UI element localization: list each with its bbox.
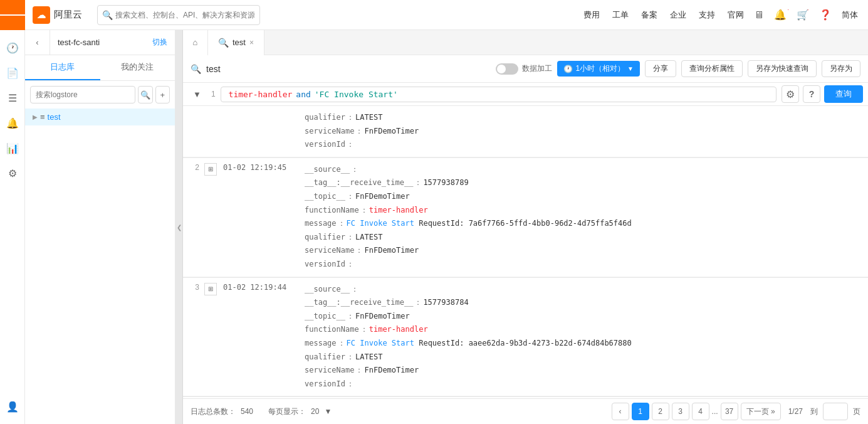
field-name: versionId xyxy=(305,140,345,149)
log-row-2: 2 ⊞ 01-02 12:19:45 __source__： __tag__:_… xyxy=(183,157,868,277)
logo-text: 阿里云 xyxy=(54,9,82,21)
help-button[interactable]: ? xyxy=(803,85,820,103)
log-time-2: 01-02 12:19:45 xyxy=(221,158,302,277)
ellipsis: ... xyxy=(712,407,718,416)
nav-link-fee[interactable]: 费用 xyxy=(583,9,600,21)
logstore-icon: ≡ xyxy=(40,112,45,122)
log-num xyxy=(183,106,202,157)
goto-page-input[interactable] xyxy=(823,403,848,420)
function-name-highlight: timer-handler xyxy=(369,325,428,334)
function-name-highlight: timer-handler xyxy=(369,206,428,215)
nav-icons: 🖥 🔔· 🛒 ❓ 简体 xyxy=(754,9,858,21)
time-selector[interactable]: 🕐 1小时（相对） ▼ xyxy=(557,61,640,77)
query-keyword: timer-handler xyxy=(229,90,293,99)
tab-label: test xyxy=(233,38,246,47)
main-content: ⌂ 🔍 test × 🔍 test 数据加工 🕐 1小时（相对） ▼ xyxy=(183,30,868,424)
field-value: FnFDemoTimer xyxy=(364,127,419,135)
page-button-1[interactable]: 1 xyxy=(632,403,649,420)
logstore-item-test[interactable]: ▶ ≡ test xyxy=(25,109,175,125)
log-content: qualifier：LATEST serviceName：FnFDemoTime… xyxy=(302,106,868,157)
tab-my-watch[interactable]: 我的关注 xyxy=(100,55,175,80)
sidebar-icon-analytics[interactable]: 📊 xyxy=(0,135,25,161)
nav-link-beian[interactable]: 备案 xyxy=(641,9,657,21)
left-panel-tabs: 日志库 我的关注 xyxy=(25,55,175,81)
main-layout: 🕐 📄 ☰ 🔔 📊 ⚙ 👤 ‹ test-fc-santi 切换 日志库 我的关… xyxy=(0,30,868,424)
bottom-bar: 日志总条数： 540 每页显示： 20 ▼ ‹ 1 2 3 4 ... 37 下… xyxy=(183,398,868,424)
page-button-2[interactable]: 2 xyxy=(652,403,669,420)
analyze-button[interactable]: 查询分析属性 xyxy=(681,60,743,77)
query-bar: 🔍 test 数据加工 🕐 1小时（相对） ▼ 分享 查询分析属性 另存为快速查… xyxy=(183,55,868,83)
query-actions: 数据加工 🕐 1小时（相对） ▼ 分享 查询分析属性 另存为快速查询 另存为 xyxy=(496,60,860,77)
next-page-button[interactable]: 下一页 » xyxy=(741,403,781,420)
nav-link-ticket[interactable]: 工单 xyxy=(612,9,629,21)
share-button[interactable]: 分享 xyxy=(645,60,676,77)
page-button-4[interactable]: 4 xyxy=(692,403,709,420)
logstore-add-button[interactable]: + xyxy=(155,86,170,103)
tab-close-button[interactable]: × xyxy=(249,38,254,47)
menu-button[interactable] xyxy=(0,0,25,30)
chevron-down-icon: ▼ xyxy=(627,65,634,72)
sidebar-icon-clock[interactable]: 🕐 xyxy=(0,35,25,60)
log-expand xyxy=(202,106,221,157)
settings-button[interactable]: ⚙ xyxy=(782,85,799,103)
global-search-input[interactable] xyxy=(97,5,260,25)
home-tab[interactable]: ⌂ xyxy=(183,30,208,55)
query-string: 'FC Invoke Start' xyxy=(315,90,398,99)
query-search-icon: 🔍 xyxy=(191,64,201,74)
cart-icon[interactable]: 🛒 xyxy=(797,9,809,21)
nav-link-support[interactable]: 支持 xyxy=(699,9,715,21)
search-row: ▼ 1 timer-handler and 'FC Invoke Start' … xyxy=(183,83,868,106)
nav-links: 费用 工单 备案 企业 支持 官网 xyxy=(583,9,744,21)
logstore-search-button[interactable]: 🔍 xyxy=(138,86,153,103)
query-tab[interactable]: 🔍 test × xyxy=(208,30,264,55)
page-button-last[interactable]: 37 xyxy=(721,403,738,420)
field-value: LATEST xyxy=(355,113,382,122)
monitor-icon[interactable]: 🖥 xyxy=(754,9,764,21)
sidebar-icon-settings[interactable]: ⚙ xyxy=(0,161,25,186)
bell-icon[interactable]: 🔔· xyxy=(774,9,787,21)
tab-search-icon: 🔍 xyxy=(218,38,229,48)
tab-logstore[interactable]: 日志库 xyxy=(25,55,100,80)
log-expand-3[interactable]: ⊞ xyxy=(202,278,221,396)
expand-all-button[interactable]: ▼ xyxy=(188,87,206,102)
line-number: 1 xyxy=(206,90,221,98)
logstore-search: 🔍 + xyxy=(25,81,175,109)
top-nav: ☁ 阿里云 🔍 费用 工单 备案 企业 支持 官网 🖥 🔔· 🛒 ❓ 简体 xyxy=(0,0,868,30)
search-execute-button[interactable]: 查询 xyxy=(824,85,863,103)
page-info: 1/27 xyxy=(788,407,803,416)
save-quick-button[interactable]: 另存为快速查询 xyxy=(748,60,817,77)
sidebar-icon-help[interactable]: 👤 xyxy=(0,394,25,419)
per-page-dropdown-icon[interactable]: ▼ xyxy=(324,407,332,416)
log-list: qualifier：LATEST serviceName：FnFDemoTime… xyxy=(183,106,868,398)
query-input[interactable]: timer-handler and 'FC Invoke Start' xyxy=(221,87,776,102)
sidebar-icon-alert[interactable]: 🔔 xyxy=(0,110,25,135)
log-row-3: 3 ⊞ 01-02 12:19:44 __source__： __tag__:_… xyxy=(183,277,868,397)
search-row-actions: ⚙ ? 查询 xyxy=(782,85,863,103)
sidebar-icons: 🕐 📄 ☰ 🔔 📊 ⚙ 👤 xyxy=(0,30,25,424)
logstore-search-input[interactable] xyxy=(30,86,135,103)
chevron-right-icon: ▶ xyxy=(33,114,38,120)
expand-icon-3[interactable]: ⊞ xyxy=(204,283,217,295)
expand-icon-2[interactable]: ⊞ xyxy=(204,163,217,176)
nav-link-enterprise[interactable]: 企业 xyxy=(670,9,686,21)
switch-button[interactable]: 切换 xyxy=(145,37,175,48)
nav-link-official[interactable]: 官网 xyxy=(728,9,744,21)
help-icon[interactable]: ❓ xyxy=(819,9,832,21)
global-search-bar: 🔍 xyxy=(97,5,285,25)
panel-title: test-fc-santi xyxy=(50,38,145,47)
prev-page-button[interactable]: ‹ xyxy=(612,403,629,420)
total-count: 540 xyxy=(241,407,253,416)
language-switcher[interactable]: 简体 xyxy=(842,9,858,21)
field-name: qualifier xyxy=(305,113,345,122)
page-button-3[interactable]: 3 xyxy=(672,403,689,420)
back-button[interactable]: ‹ xyxy=(25,30,50,55)
data-process-switch[interactable] xyxy=(496,63,518,75)
log-expand-2[interactable]: ⊞ xyxy=(202,158,221,277)
sidebar-icon-document[interactable]: 📄 xyxy=(0,60,25,85)
collapse-panel[interactable]: ❮ xyxy=(175,30,183,424)
save-button[interactable]: 另存为 xyxy=(822,60,860,77)
log-row-1-partial: qualifier：LATEST serviceName：FnFDemoTime… xyxy=(183,106,868,157)
log-time xyxy=(221,106,302,157)
sidebar-icon-list[interactable]: ☰ xyxy=(0,85,25,110)
log-time-3: 01-02 12:19:44 xyxy=(221,278,302,396)
